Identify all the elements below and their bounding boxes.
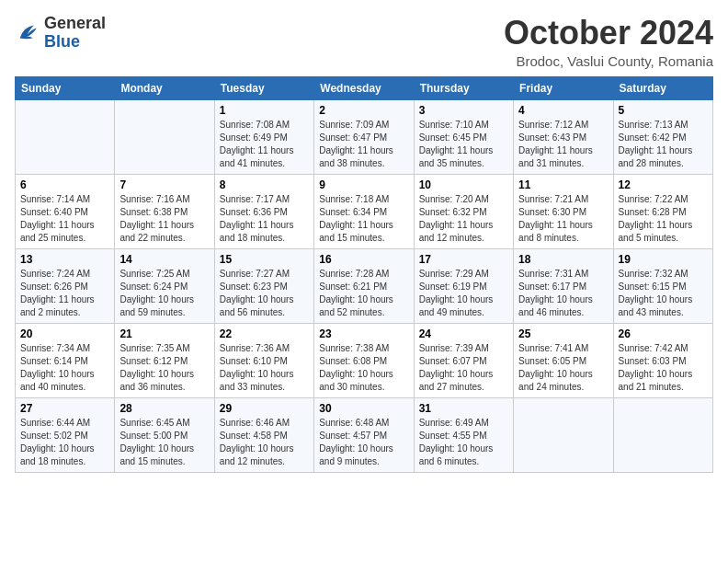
title-block: October 2024 Brodoc, Vaslui County, Roma… bbox=[504, 15, 713, 69]
table-row: 8Sunrise: 7:17 AM Sunset: 6:36 PM Daylig… bbox=[214, 174, 313, 248]
table-row: 23Sunrise: 7:38 AM Sunset: 6:08 PM Dayli… bbox=[314, 323, 414, 397]
table-row: 16Sunrise: 7:28 AM Sunset: 6:21 PM Dayli… bbox=[314, 248, 414, 323]
day-info: Sunrise: 7:22 AM Sunset: 6:28 PM Dayligh… bbox=[619, 193, 708, 245]
day-number: 2 bbox=[319, 104, 408, 117]
day-info: Sunrise: 7:42 AM Sunset: 6:03 PM Dayligh… bbox=[619, 342, 708, 394]
calendar-week-row: 13Sunrise: 7:24 AM Sunset: 6:26 PM Dayli… bbox=[16, 248, 713, 323]
day-number: 18 bbox=[518, 253, 608, 266]
day-number: 26 bbox=[619, 327, 708, 340]
day-number: 14 bbox=[119, 253, 209, 266]
table-row: 17Sunrise: 7:29 AM Sunset: 6:19 PM Dayli… bbox=[414, 248, 513, 323]
day-info: Sunrise: 7:27 AM Sunset: 6:23 PM Dayligh… bbox=[220, 268, 309, 319]
col-wednesday: Wednesday bbox=[314, 76, 414, 99]
day-info: Sunrise: 7:09 AM Sunset: 6:47 PM Dayligh… bbox=[319, 119, 408, 170]
day-number: 31 bbox=[419, 402, 508, 415]
col-sunday: Sunday bbox=[16, 76, 115, 99]
table-row: 19Sunrise: 7:32 AM Sunset: 6:15 PM Dayli… bbox=[613, 248, 712, 323]
day-number: 25 bbox=[518, 327, 608, 340]
day-info: Sunrise: 7:18 AM Sunset: 6:34 PM Dayligh… bbox=[319, 193, 408, 245]
day-number: 8 bbox=[220, 178, 309, 191]
day-info: Sunrise: 7:39 AM Sunset: 6:07 PM Dayligh… bbox=[419, 342, 508, 394]
logo-general-text: General bbox=[44, 14, 106, 32]
table-row bbox=[16, 99, 115, 174]
table-row: 10Sunrise: 7:20 AM Sunset: 6:32 PM Dayli… bbox=[414, 174, 513, 248]
day-number: 4 bbox=[518, 104, 608, 117]
day-number: 23 bbox=[319, 327, 408, 340]
table-row: 5Sunrise: 7:13 AM Sunset: 6:42 PM Daylig… bbox=[613, 99, 712, 174]
day-info: Sunrise: 7:24 AM Sunset: 6:26 PM Dayligh… bbox=[20, 268, 109, 319]
day-number: 27 bbox=[20, 402, 109, 415]
calendar-week-row: 20Sunrise: 7:34 AM Sunset: 6:14 PM Dayli… bbox=[16, 323, 713, 397]
col-tuesday: Tuesday bbox=[214, 76, 313, 99]
day-info: Sunrise: 7:17 AM Sunset: 6:36 PM Dayligh… bbox=[220, 193, 309, 245]
day-info: Sunrise: 7:20 AM Sunset: 6:32 PM Dayligh… bbox=[419, 193, 508, 245]
table-row: 15Sunrise: 7:27 AM Sunset: 6:23 PM Dayli… bbox=[214, 248, 313, 323]
day-info: Sunrise: 7:34 AM Sunset: 6:14 PM Dayligh… bbox=[20, 342, 109, 394]
day-number: 10 bbox=[419, 178, 508, 191]
table-row: 27Sunrise: 6:44 AM Sunset: 5:02 PM Dayli… bbox=[16, 397, 115, 472]
table-row: 13Sunrise: 7:24 AM Sunset: 6:26 PM Dayli… bbox=[16, 248, 115, 323]
table-row: 7Sunrise: 7:16 AM Sunset: 6:38 PM Daylig… bbox=[115, 174, 214, 248]
calendar-header: Sunday Monday Tuesday Wednesday Thursday… bbox=[16, 76, 713, 99]
day-number: 9 bbox=[319, 178, 408, 191]
day-number: 20 bbox=[20, 327, 109, 340]
day-info: Sunrise: 6:46 AM Sunset: 4:58 PM Dayligh… bbox=[220, 417, 309, 468]
day-info: Sunrise: 7:12 AM Sunset: 6:43 PM Dayligh… bbox=[518, 119, 608, 170]
day-number: 12 bbox=[619, 178, 708, 191]
logo-blue-text: Blue bbox=[44, 32, 80, 51]
day-info: Sunrise: 7:28 AM Sunset: 6:21 PM Dayligh… bbox=[319, 268, 408, 319]
day-number: 5 bbox=[619, 104, 708, 117]
calendar-week-row: 1Sunrise: 7:08 AM Sunset: 6:49 PM Daylig… bbox=[16, 99, 713, 174]
calendar-week-row: 6Sunrise: 7:14 AM Sunset: 6:40 PM Daylig… bbox=[16, 174, 713, 248]
month-title: October 2024 bbox=[504, 15, 713, 52]
day-number: 22 bbox=[220, 327, 309, 340]
table-row: 2Sunrise: 7:09 AM Sunset: 6:47 PM Daylig… bbox=[314, 99, 414, 174]
day-number: 24 bbox=[419, 327, 508, 340]
day-number: 15 bbox=[220, 253, 309, 266]
table-row: 4Sunrise: 7:12 AM Sunset: 6:43 PM Daylig… bbox=[514, 99, 613, 174]
day-number: 7 bbox=[119, 178, 209, 191]
table-row bbox=[115, 99, 214, 174]
day-info: Sunrise: 6:48 AM Sunset: 4:57 PM Dayligh… bbox=[319, 417, 408, 468]
day-number: 28 bbox=[119, 402, 209, 415]
table-row bbox=[514, 397, 613, 472]
table-row: 30Sunrise: 6:48 AM Sunset: 4:57 PM Dayli… bbox=[314, 397, 414, 472]
day-info: Sunrise: 7:32 AM Sunset: 6:15 PM Dayligh… bbox=[619, 268, 708, 319]
table-row: 26Sunrise: 7:42 AM Sunset: 6:03 PM Dayli… bbox=[613, 323, 712, 397]
day-number: 17 bbox=[419, 253, 508, 266]
day-number: 29 bbox=[220, 402, 309, 415]
calendar-table: Sunday Monday Tuesday Wednesday Thursday… bbox=[15, 76, 713, 473]
day-info: Sunrise: 6:44 AM Sunset: 5:02 PM Dayligh… bbox=[20, 417, 109, 468]
day-number: 11 bbox=[518, 178, 608, 191]
day-info: Sunrise: 7:21 AM Sunset: 6:30 PM Dayligh… bbox=[518, 193, 608, 245]
table-row: 20Sunrise: 7:34 AM Sunset: 6:14 PM Dayli… bbox=[16, 323, 115, 397]
table-row: 1Sunrise: 7:08 AM Sunset: 6:49 PM Daylig… bbox=[214, 99, 313, 174]
calendar-body: 1Sunrise: 7:08 AM Sunset: 6:49 PM Daylig… bbox=[16, 99, 713, 472]
day-info: Sunrise: 7:31 AM Sunset: 6:17 PM Dayligh… bbox=[518, 268, 608, 319]
page-header: General Blue October 2024 Brodoc, Vaslui… bbox=[15, 15, 713, 69]
header-row: Sunday Monday Tuesday Wednesday Thursday… bbox=[16, 76, 713, 99]
table-row: 3Sunrise: 7:10 AM Sunset: 6:45 PM Daylig… bbox=[414, 99, 513, 174]
day-info: Sunrise: 6:49 AM Sunset: 4:55 PM Dayligh… bbox=[419, 417, 508, 468]
day-number: 6 bbox=[20, 178, 109, 191]
table-row: 28Sunrise: 6:45 AM Sunset: 5:00 PM Dayli… bbox=[115, 397, 214, 472]
day-number: 13 bbox=[20, 253, 109, 266]
day-info: Sunrise: 7:08 AM Sunset: 6:49 PM Dayligh… bbox=[220, 119, 309, 170]
table-row: 6Sunrise: 7:14 AM Sunset: 6:40 PM Daylig… bbox=[16, 174, 115, 248]
col-thursday: Thursday bbox=[414, 76, 513, 99]
table-row: 11Sunrise: 7:21 AM Sunset: 6:30 PM Dayli… bbox=[514, 174, 613, 248]
table-row bbox=[613, 397, 712, 472]
table-row: 31Sunrise: 6:49 AM Sunset: 4:55 PM Dayli… bbox=[414, 397, 513, 472]
table-row: 22Sunrise: 7:36 AM Sunset: 6:10 PM Dayli… bbox=[214, 323, 313, 397]
day-number: 3 bbox=[419, 104, 508, 117]
col-friday: Friday bbox=[514, 76, 613, 99]
day-info: Sunrise: 7:10 AM Sunset: 6:45 PM Dayligh… bbox=[419, 119, 508, 170]
table-row: 14Sunrise: 7:25 AM Sunset: 6:24 PM Dayli… bbox=[115, 248, 214, 323]
day-info: Sunrise: 6:45 AM Sunset: 5:00 PM Dayligh… bbox=[119, 417, 209, 468]
day-info: Sunrise: 7:13 AM Sunset: 6:42 PM Dayligh… bbox=[619, 119, 708, 170]
table-row: 18Sunrise: 7:31 AM Sunset: 6:17 PM Dayli… bbox=[514, 248, 613, 323]
table-row: 9Sunrise: 7:18 AM Sunset: 6:34 PM Daylig… bbox=[314, 174, 414, 248]
day-number: 19 bbox=[619, 253, 708, 266]
day-info: Sunrise: 7:36 AM Sunset: 6:10 PM Dayligh… bbox=[220, 342, 309, 394]
day-info: Sunrise: 7:38 AM Sunset: 6:08 PM Dayligh… bbox=[319, 342, 408, 394]
